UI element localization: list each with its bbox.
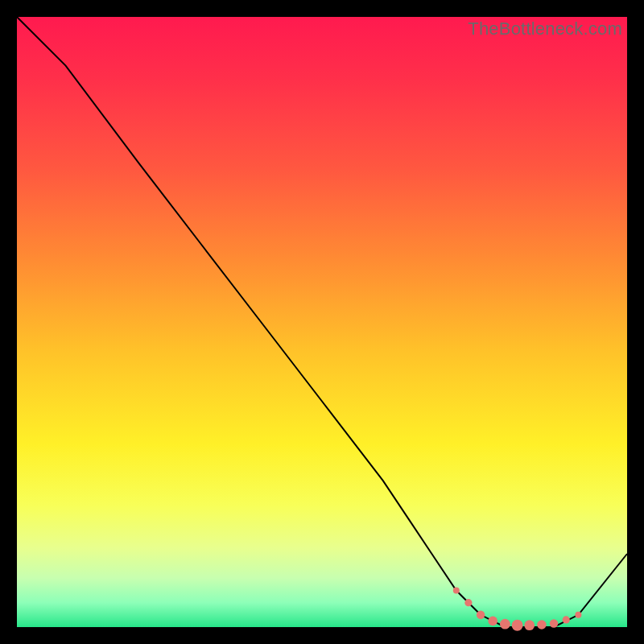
highlight-dot xyxy=(550,619,558,627)
chart-frame: TheBottleneck.com xyxy=(0,0,644,644)
highlight-dot xyxy=(575,612,581,618)
highlight-dot xyxy=(563,616,570,623)
highlight-dot xyxy=(464,599,472,606)
optimal-range-dots xyxy=(453,588,582,631)
plot-area: TheBottleneck.com xyxy=(17,17,627,627)
bottleneck-curve xyxy=(17,17,627,627)
highlight-dot xyxy=(512,620,523,631)
highlight-dot xyxy=(524,620,535,630)
highlight-dot xyxy=(477,611,485,619)
highlight-dot xyxy=(453,588,460,594)
highlight-dot xyxy=(500,619,510,630)
highlight-dot xyxy=(488,617,497,626)
highlight-dot xyxy=(537,620,547,630)
chart-svg xyxy=(17,17,627,627)
